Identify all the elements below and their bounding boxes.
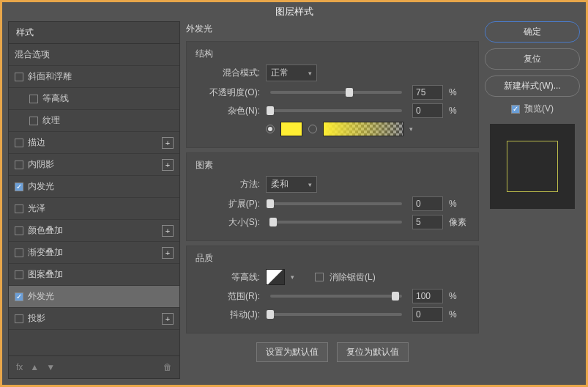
jitter-label: 抖动(J): (196, 309, 260, 321)
effect-checkbox[interactable]: ✓ (15, 183, 23, 191)
blend-mode-label: 混合模式: (196, 67, 260, 79)
elements-group: 图素 方法: 柔和▾ 扩展(P): 0 % 大小(S): 5 像素 (186, 152, 479, 241)
chevron-down-icon: ▾ (308, 181, 312, 188)
range-input[interactable]: 100 (412, 289, 443, 303)
effect-checkbox[interactable] (29, 117, 38, 125)
sidebar-item-label: 内阴影 (28, 158, 54, 171)
sidebar-item-7[interactable]: 颜色叠加+ (9, 220, 179, 242)
sidebar-item-6[interactable]: 光泽 (9, 198, 179, 220)
effect-checkbox[interactable] (15, 248, 23, 257)
sidebar-item-label: 外发光 (28, 290, 54, 303)
noise-slider[interactable] (270, 109, 402, 112)
antialias-checkbox[interactable] (315, 273, 324, 281)
sidebar-item-1[interactable]: 等高线 (9, 88, 179, 110)
sidebar-item-3[interactable]: 描边+ (9, 132, 179, 154)
structure-label: 结构 (196, 48, 469, 60)
ok-button[interactable]: 确定 (485, 21, 580, 43)
effect-checkbox[interactable] (15, 314, 23, 323)
add-effect-icon[interactable]: + (162, 137, 174, 149)
preview-checkbox[interactable]: ✓ (511, 105, 520, 114)
reset-default-button[interactable]: 复位为默认值 (337, 342, 409, 362)
antialias-label: 消除锯齿(L) (330, 271, 376, 284)
sidebar-item-5[interactable]: ✓内发光 (9, 176, 179, 198)
set-default-button[interactable]: 设置为默认值 (256, 342, 328, 362)
quality-label: 品质 (196, 252, 469, 265)
sidebar-item-8[interactable]: 渐变叠加+ (9, 242, 179, 264)
up-icon[interactable]: ▲ (30, 362, 39, 372)
effect-checkbox[interactable] (15, 161, 23, 169)
range-slider[interactable] (270, 295, 402, 298)
fx-icon[interactable]: fx (16, 362, 23, 372)
jitter-input[interactable]: 0 (412, 307, 443, 322)
jitter-slider[interactable] (270, 313, 402, 316)
technique-label: 方法: (196, 178, 260, 191)
add-effect-icon[interactable]: + (162, 313, 174, 325)
sidebar-item-label: 内发光 (28, 180, 54, 193)
spread-input[interactable]: 0 (412, 196, 443, 211)
sidebar-header: 样式 (9, 22, 179, 44)
color-swatch[interactable] (280, 122, 302, 136)
new-style-button[interactable]: 新建样式(W)... (485, 75, 580, 97)
add-effect-icon[interactable]: + (162, 247, 174, 259)
sidebar-item-label: 光泽 (28, 202, 45, 215)
preview-thumbnail (490, 124, 575, 209)
effect-checkbox[interactable]: ✓ (15, 292, 23, 301)
down-icon[interactable]: ▼ (46, 362, 55, 372)
sidebar-item-label: 纹理 (42, 114, 60, 127)
effect-checkbox[interactable] (15, 204, 23, 213)
effect-checkbox[interactable] (15, 139, 23, 147)
chevron-down-icon: ▾ (308, 70, 312, 77)
elements-label: 图素 (196, 159, 469, 172)
blend-options-label: 混合选项 (15, 48, 50, 61)
preview-label: 预览(V) (524, 103, 554, 115)
dialog-content: 样式 混合选项 斜面和浮雕等高线纹理描边+内阴影+✓内发光光泽颜色叠加+渐变叠加… (2, 21, 586, 385)
noise-input[interactable]: 0 (412, 103, 443, 118)
range-label: 范围(R): (196, 290, 260, 303)
contour-label: 等高线: (196, 271, 260, 284)
sidebar-item-2[interactable]: 纹理 (9, 110, 179, 132)
add-effect-icon[interactable]: + (162, 159, 174, 171)
opacity-slider[interactable] (270, 91, 402, 94)
technique-select[interactable]: 柔和▾ (266, 176, 317, 193)
contour-picker[interactable] (266, 269, 285, 285)
sidebar-footer: fx ▲ ▼ 🗑 (9, 355, 179, 378)
trash-icon[interactable]: 🗑 (163, 362, 172, 372)
effect-title: 外发光 (186, 21, 479, 37)
sidebar-item-label: 渐变叠加 (28, 246, 63, 259)
quality-group: 品质 等高线: ▾ 消除锯齿(L) 范围(R): 100 % 抖动(J): (186, 246, 479, 333)
defaults-row: 设置为默认值 复位为默认值 (186, 342, 479, 362)
styles-sidebar: 样式 混合选项 斜面和浮雕等高线纹理描边+内阴影+✓内发光光泽颜色叠加+渐变叠加… (8, 21, 180, 379)
sidebar-item-9[interactable]: 图案叠加 (9, 264, 179, 286)
right-panel: 确定 复位 新建样式(W)... ✓ 预览(V) (485, 21, 580, 379)
gradient-radio[interactable] (308, 125, 317, 133)
spread-slider[interactable] (270, 202, 402, 205)
sidebar-item-0[interactable]: 斜面和浮雕 (9, 66, 179, 88)
main-panel: 外发光 结构 混合模式: 正常▾ 不透明度(O): 75 % 杂色(N): 0 (186, 21, 479, 379)
sidebar-item-4[interactable]: 内阴影+ (9, 154, 179, 176)
effect-checkbox[interactable] (15, 270, 23, 279)
sidebar-item-label: 斜面和浮雕 (28, 70, 72, 83)
sidebar-item-label: 等高线 (42, 92, 69, 105)
size-slider[interactable] (270, 221, 402, 224)
opacity-label: 不透明度(O): (196, 86, 260, 99)
chevron-down-icon[interactable]: ▾ (291, 273, 294, 281)
add-effect-icon[interactable]: + (162, 225, 174, 237)
structure-group: 结构 混合模式: 正常▾ 不透明度(O): 75 % 杂色(N): 0 % (186, 41, 479, 148)
sidebar-item-label: 描边 (28, 136, 45, 149)
size-input[interactable]: 5 (412, 215, 443, 229)
gradient-swatch[interactable] (323, 122, 403, 136)
sidebar-item-10[interactable]: ✓外发光 (9, 286, 179, 308)
effect-checkbox[interactable] (15, 73, 23, 81)
effect-checkbox[interactable] (15, 226, 23, 235)
sidebar-item-11[interactable]: 投影+ (9, 308, 179, 330)
sidebar-item-label: 投影 (28, 312, 45, 325)
sidebar-item-label: 颜色叠加 (28, 224, 63, 237)
blend-mode-select[interactable]: 正常▾ (266, 64, 317, 81)
sidebar-blend-options[interactable]: 混合选项 (9, 44, 179, 66)
opacity-input[interactable]: 75 (412, 85, 443, 100)
sidebar-item-label: 图案叠加 (28, 268, 63, 281)
cancel-button[interactable]: 复位 (485, 48, 580, 70)
color-radio[interactable] (266, 125, 275, 133)
effect-checkbox[interactable] (29, 95, 38, 103)
chevron-down-icon[interactable]: ▾ (409, 125, 413, 133)
